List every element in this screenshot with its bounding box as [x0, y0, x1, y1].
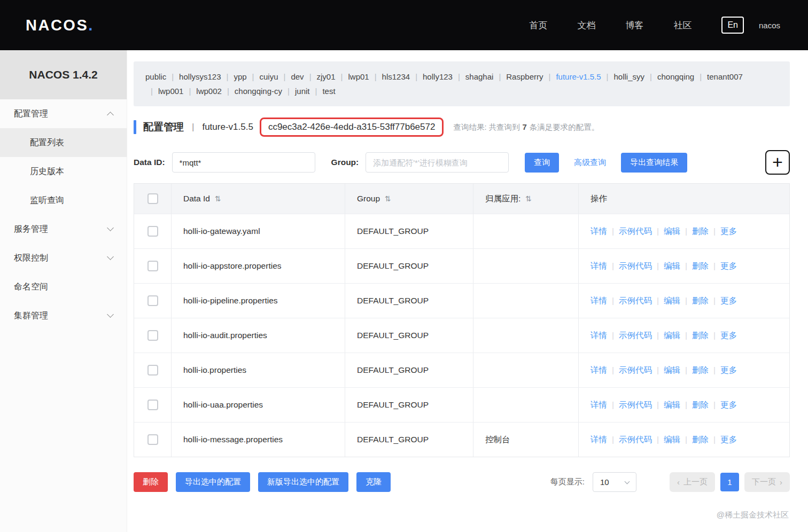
action-edit-link[interactable]: 编辑 [664, 226, 680, 237]
query-button[interactable]: 查询 [525, 153, 559, 173]
next-page-button[interactable]: 下一页› [744, 472, 790, 492]
action-edit-link[interactable]: 编辑 [664, 295, 680, 307]
sort-icon[interactable]: ⇅ [385, 194, 391, 203]
current-page-button[interactable]: 1 [720, 473, 739, 491]
action-more-link[interactable]: 更多 [720, 400, 737, 411]
namespace-tab-hls1234[interactable]: hls1234 [382, 72, 410, 81]
action-delete-link[interactable]: 删除 [692, 400, 709, 411]
action-sample-code-link[interactable]: 示例代码 [619, 261, 652, 272]
row-checkbox[interactable] [147, 330, 158, 341]
table-row: holli-io-audit.propertiesDEFAULT_GROUP详情… [134, 318, 789, 353]
namespace-tab-holli_syy[interactable]: holli_syy [614, 72, 645, 81]
namespace-tab-lwp001[interactable]: lwp001 [158, 87, 184, 96]
row-checkbox[interactable] [147, 400, 158, 410]
advanced-query-link[interactable]: 高级查询 [574, 158, 606, 168]
action-detail-link[interactable]: 详情 [591, 434, 607, 445]
action-delete-link[interactable]: 删除 [692, 434, 709, 445]
sort-icon[interactable]: ⇅ [525, 194, 532, 203]
action-detail-link[interactable]: 详情 [591, 400, 607, 411]
namespace-tab-junit[interactable]: junit [295, 87, 310, 96]
action-more-link[interactable]: 更多 [720, 295, 737, 307]
action-sample-code-link[interactable]: 示例代码 [619, 434, 652, 445]
action-more-link[interactable]: 更多 [720, 261, 737, 272]
action-edit-link[interactable]: 编辑 [664, 434, 680, 445]
clone-button[interactable]: 克隆 [356, 472, 391, 492]
action-delete-link[interactable]: 删除 [692, 295, 709, 307]
namespace-tab-public[interactable]: public [145, 72, 166, 81]
export-selected-button[interactable]: 导出选中的配置 [176, 472, 250, 492]
namespace-tab-lwp002[interactable]: lwp002 [196, 87, 222, 96]
action-sample-code-link[interactable]: 示例代码 [619, 295, 652, 307]
namespace-tab-test[interactable]: test [322, 87, 335, 96]
row-checkbox[interactable] [147, 226, 158, 237]
namespace-tab-shaghai[interactable]: shaghai [465, 72, 494, 81]
namespace-tab-zjy01[interactable]: zjy01 [317, 72, 336, 81]
sidebar-item-cluster-management[interactable]: 集群管理 [0, 301, 127, 330]
delete-selected-button[interactable]: 删除 [134, 472, 168, 492]
add-config-button[interactable]: + [765, 150, 790, 175]
cell-operations: 详情|示例代码|编辑|删除|更多 [579, 423, 789, 457]
action-sample-code-link[interactable]: 示例代码 [619, 400, 652, 411]
action-detail-link[interactable]: 详情 [591, 261, 607, 272]
action-delete-link[interactable]: 删除 [692, 330, 709, 341]
action-more-link[interactable]: 更多 [720, 434, 737, 445]
action-more-link[interactable]: 更多 [720, 365, 737, 376]
action-sample-code-link[interactable]: 示例代码 [619, 330, 652, 341]
group-input[interactable] [366, 152, 509, 173]
sidebar-item-listening-query[interactable]: 监听查询 [0, 186, 127, 215]
namespace-tab-dev[interactable]: dev [291, 72, 304, 81]
action-more-link[interactable]: 更多 [720, 330, 737, 341]
namespace-tab-tenant007[interactable]: tenant007 [707, 72, 743, 81]
topnav-item-docs[interactable]: 文档 [562, 19, 610, 32]
sidebar-item-config-list[interactable]: 配置列表 [0, 128, 127, 157]
action-delete-link[interactable]: 删除 [692, 365, 709, 376]
sidebar-item-namespace[interactable]: 命名空间 [0, 272, 127, 301]
row-checkbox[interactable] [147, 261, 158, 271]
export-selected-new-button[interactable]: 新版导出选中的配置 [258, 472, 348, 492]
namespace-tab-Raspberry[interactable]: Raspberry [506, 72, 543, 81]
row-checkbox[interactable] [147, 295, 158, 306]
namespace-tab-chongqing[interactable]: chongqing [657, 72, 694, 81]
namespace-tab-future-v1.5.5[interactable]: future-v1.5.5 [556, 72, 601, 81]
action-sample-code-link[interactable]: 示例代码 [619, 365, 652, 376]
namespace-tab-group: |chongqing [644, 69, 694, 84]
row-checkbox[interactable] [147, 365, 158, 375]
action-detail-link[interactable]: 详情 [591, 295, 607, 307]
prev-page-button[interactable]: ‹上一页 [670, 472, 715, 492]
namespace-tab-ypp[interactable]: ypp [234, 72, 246, 81]
action-delete-link[interactable]: 删除 [692, 226, 709, 237]
breadcrumb-namespace: future-v1.5.5 [202, 122, 253, 132]
topnav-item-home[interactable]: 首页 [514, 19, 562, 32]
namespace-tab-cuiyu[interactable]: cuiyu [260, 72, 278, 81]
action-edit-link[interactable]: 编辑 [664, 400, 680, 411]
action-sample-code-link[interactable]: 示例代码 [619, 226, 652, 237]
action-edit-link[interactable]: 编辑 [664, 261, 680, 272]
data-id-input[interactable] [172, 152, 315, 173]
row-select-cell [134, 388, 172, 422]
namespace-tab-holly123[interactable]: holly123 [423, 72, 453, 81]
action-detail-link[interactable]: 详情 [591, 365, 607, 376]
namespace-tab-lwp01[interactable]: lwp01 [348, 72, 369, 81]
row-checkbox[interactable] [147, 434, 158, 445]
sidebar-item-permission-control[interactable]: 权限控制 [0, 244, 127, 272]
action-edit-link[interactable]: 编辑 [664, 365, 680, 376]
sidebar-item-service-management[interactable]: 服务管理 [0, 215, 127, 244]
select-all-checkbox[interactable] [147, 193, 158, 204]
namespace-tab-chongqing-cy[interactable]: chongqing-cy [235, 87, 282, 96]
action-detail-link[interactable]: 详情 [591, 226, 607, 237]
language-toggle-button[interactable]: En [721, 17, 744, 34]
namespace-tab-hollysys123[interactable]: hollysys123 [179, 72, 221, 81]
action-delete-link[interactable]: 删除 [692, 261, 709, 272]
export-query-results-button[interactable]: 导出查询结果 [621, 153, 687, 173]
action-detail-link[interactable]: 详情 [591, 330, 607, 341]
action-edit-link[interactable]: 编辑 [664, 330, 680, 341]
username-menu[interactable]: nacos [759, 21, 780, 30]
sort-icon[interactable]: ⇅ [215, 194, 221, 203]
action-more-link[interactable]: 更多 [720, 226, 737, 237]
nacos-logo[interactable]: NACOS. [26, 17, 94, 34]
sidebar-item-config-management[interactable]: 配置管理 [0, 99, 127, 128]
page-size-select[interactable]: 10 [593, 472, 636, 492]
sidebar-item-history-versions[interactable]: 历史版本 [0, 157, 127, 186]
topnav-item-community[interactable]: 社区 [658, 19, 706, 32]
topnav-item-blog[interactable]: 博客 [610, 19, 658, 32]
